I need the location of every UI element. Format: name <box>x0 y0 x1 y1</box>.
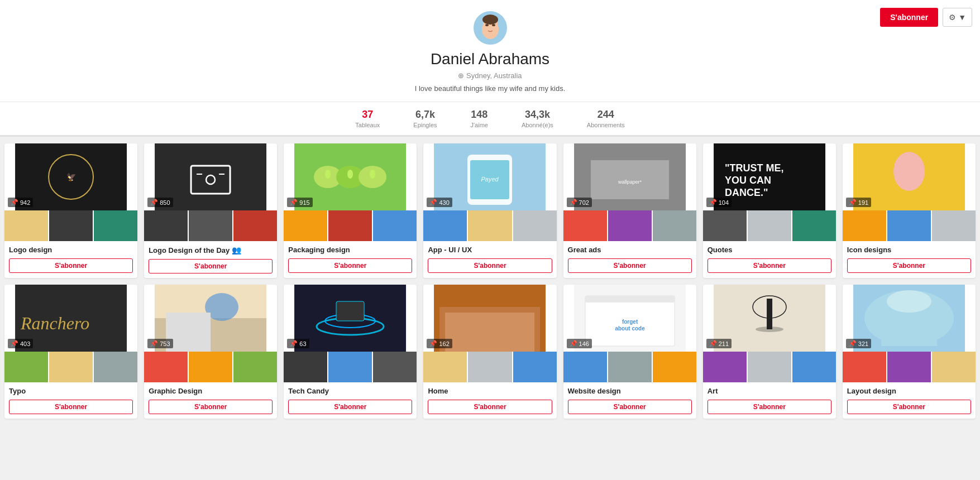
board-thumbs <box>4 352 137 382</box>
thumb-cell <box>653 210 696 241</box>
thumb-cell <box>328 352 372 382</box>
svg-text:Ranchero: Ranchero <box>20 313 89 333</box>
thumb-cell <box>94 352 137 382</box>
svg-point-18 <box>325 170 331 179</box>
thumb-cell <box>563 352 607 382</box>
board-footer: Logo Design of the Day👥 <box>144 241 277 259</box>
thumb-cell <box>792 352 836 382</box>
board-card-website-design[interactable]: forgetabout code 📌 146 Website design S'… <box>563 285 696 419</box>
stat-label-abonnements: Abonnements <box>587 122 625 128</box>
board-thumbs <box>423 210 556 241</box>
board-subscribe-button[interactable]: S'abonner <box>149 259 273 273</box>
pin-count: 📌 753 <box>147 339 173 348</box>
thumb-cell <box>608 210 652 241</box>
pin-icon: 📌 <box>11 199 18 206</box>
thumb-cell <box>423 352 467 382</box>
board-thumbs <box>144 352 277 382</box>
stat-jaime[interactable]: 148 J'aime <box>471 109 488 128</box>
board-cover: 📌 162 <box>423 285 556 352</box>
stat-abonnes[interactable]: 34,3k Abonné(e)s <box>522 109 553 128</box>
stat-abonnements[interactable]: 244 Abonnements <box>587 109 625 128</box>
board-card-graphic-design[interactable]: 📌 753 Graphic Design S'abonner <box>144 285 277 419</box>
pin-count: 📌 321 <box>846 339 871 348</box>
board-card-layout-design[interactable]: 📌 321 Layout design S'abonner <box>843 285 976 419</box>
svg-text:forget: forget <box>622 319 638 325</box>
pin-icon: 📌 <box>429 340 437 347</box>
board-card-logo-design-day[interactable]: 📌 850 Logo Design of the Day👥 S'abonner <box>144 143 277 278</box>
board-title: Packaging design <box>288 246 412 254</box>
board-subscribe-button[interactable]: S'abonner <box>707 400 831 414</box>
pin-icon: 📌 <box>849 199 857 206</box>
board-subscribe-button[interactable]: S'abonner <box>428 258 552 273</box>
svg-text:DANCE.": DANCE." <box>725 187 768 198</box>
board-subscribe-button[interactable]: S'abonner <box>149 400 273 414</box>
board-thumbs <box>284 210 417 241</box>
board-cover: 📌 850 <box>144 143 277 210</box>
pin-count: 📌 702 <box>567 198 592 207</box>
thumb-cell <box>284 352 327 382</box>
thumb-cell <box>887 210 931 241</box>
board-subscribe-button[interactable]: S'abonner <box>568 400 692 414</box>
stat-epingles[interactable]: 6,7k Epingles <box>413 109 437 128</box>
profile-name: Daniel Abrahams <box>0 50 980 68</box>
svg-text:"TRUST ME,: "TRUST ME, <box>725 162 784 174</box>
svg-point-19 <box>347 170 353 179</box>
board-card-great-ads[interactable]: wallpaper* 📌 702 Great ads S'abonner <box>563 143 696 278</box>
pin-icon: 📌 <box>150 340 158 347</box>
board-title: Quotes <box>707 246 831 254</box>
stat-number-jaime: 148 <box>471 109 488 121</box>
svg-text:YOU CAN: YOU CAN <box>725 175 771 186</box>
board-thumbs <box>423 352 556 382</box>
board-card-tech-candy[interactable]: 📌 63 Tech Candy S'abonner <box>284 285 417 419</box>
board-subscribe-button[interactable]: S'abonner <box>428 400 552 414</box>
board-card-app-ui-ux[interactable]: Payed 📌 430 App - UI / UX S'abonner <box>423 143 556 278</box>
board-footer: Icon designs <box>843 241 976 258</box>
settings-button[interactable]: ⚙ ▼ <box>943 8 972 27</box>
board-cover: 🦅 📌 942 <box>4 143 137 210</box>
pin-icon: 📌 <box>709 199 717 206</box>
board-subscribe-button[interactable]: S'abonner <box>847 400 971 414</box>
board-thumbs <box>284 352 417 382</box>
pin-icon: 📌 <box>150 199 158 206</box>
board-cover: 📌 915 <box>284 143 417 210</box>
thumb-cell <box>843 352 886 382</box>
board-thumbs <box>703 210 836 241</box>
board-card-logo-design[interactable]: 🦅 📌 942 Logo design S'abonner <box>4 143 137 278</box>
stat-number-abonnes: 34,3k <box>522 109 553 121</box>
thumb-cell <box>144 352 188 382</box>
board-subscribe-button[interactable]: S'abonner <box>568 258 692 273</box>
board-card-typo[interactable]: Ranchero 📌 403 Typo S'abonner <box>4 285 137 419</box>
pin-count: 📌 915 <box>287 198 312 207</box>
thumb-cell <box>932 210 976 241</box>
gear-icon: ⚙ <box>949 13 956 22</box>
board-cover: 📌 191 <box>843 143 976 210</box>
board-card-home[interactable]: 📌 162 Home S'abonner <box>423 285 556 419</box>
board-footer: Art <box>703 382 836 400</box>
board-title: Typo <box>9 387 133 395</box>
board-card-art[interactable]: 📌 211 Art S'abonner <box>703 285 836 419</box>
board-subscribe-button[interactable]: S'abonner <box>707 258 831 273</box>
board-card-quotes[interactable]: "TRUST ME,YOU CANDANCE." 📌 104 Quotes S'… <box>703 143 836 278</box>
svg-point-33 <box>893 152 925 191</box>
avatar-image <box>475 13 505 43</box>
board-subscribe-button[interactable]: S'abonner <box>847 258 971 273</box>
board-thumbs <box>843 352 976 382</box>
stat-label-abonnes: Abonné(e)s <box>522 122 553 128</box>
stat-label-tableaux: Tableaux <box>355 122 380 128</box>
board-title: Icon designs <box>847 246 971 254</box>
stat-tableaux[interactable]: 37 Tableaux <box>355 109 380 128</box>
pin-count: 📌 63 <box>287 339 309 348</box>
board-subscribe-button[interactable]: S'abonner <box>288 258 412 273</box>
board-card-icon-designs[interactable]: 📌 191 Icon designs S'abonner <box>843 143 976 278</box>
board-subscribe-button[interactable]: S'abonner <box>288 400 412 414</box>
thumb-cell <box>189 210 232 241</box>
pin-count: 📌 942 <box>8 198 33 207</box>
board-footer: Typo <box>4 382 137 400</box>
board-subscribe-button[interactable]: S'abonner <box>9 258 133 273</box>
thumb-cell <box>513 352 557 382</box>
profile-bio: I love beautiful things like my wife and… <box>0 84 980 93</box>
subscribe-button[interactable]: S'abonner <box>880 8 938 27</box>
board-subscribe-button[interactable]: S'abonner <box>9 400 133 414</box>
top-actions: S'abonner ⚙ ▼ <box>880 8 972 27</box>
board-card-packaging-design[interactable]: 📌 915 Packaging design S'abonner <box>284 143 417 278</box>
